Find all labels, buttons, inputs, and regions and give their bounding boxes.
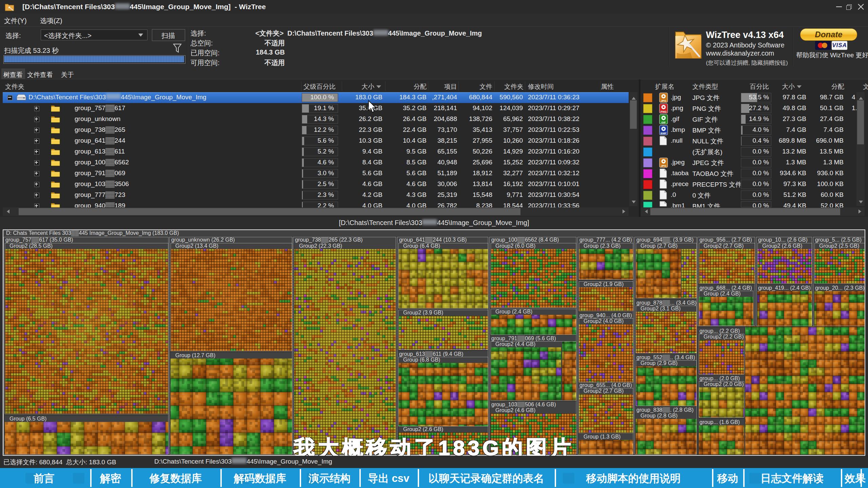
svg-text:BMP: BMP [660, 132, 667, 135]
svg-text:Group (6.8 GB): Group (6.8 GB) [403, 357, 440, 363]
svg-text:group_956... (2.7 GB): group_956... (2.7 GB) [699, 237, 752, 243]
svg-text:Group2 (3.9 GB): Group2 (3.9 GB) [403, 310, 443, 316]
svg-text:group... (2.2 GB): group... (2.2 GB) [699, 328, 740, 334]
svg-text:Group2 (2.5 GB): Group2 (2.5 GB) [819, 243, 859, 249]
svg-text:Group (2.7 GB): Group (2.7 GB) [640, 243, 677, 249]
svg-text:Group2 (1.9 GB): Group2 (1.9 GB) [584, 281, 624, 287]
svg-text:Group (12.7 GB): Group (12.7 GB) [175, 352, 215, 358]
svg-text:group_838▒▒. (2.8 GB): group_838▒▒. (2.8 GB) [636, 407, 694, 413]
svg-text:GIF: GIF [661, 121, 666, 124]
svg-text:group... (1.6 GB): group... (1.6 GB) [699, 419, 740, 425]
svg-text:Group2 (2.6 GB): Group2 (2.6 GB) [403, 426, 443, 432]
svg-text:Group2 (4.4 GB): Group2 (4.4 GB) [495, 341, 535, 347]
svg-text:group_641▒▒244 (10.3 GB): group_641▒▒244 (10.3 GB) [399, 237, 467, 243]
svg-text:group_103▒▒506 (4.6 GB): group_103▒▒506 (4.6 GB) [491, 402, 556, 408]
svg-text:group_738▒▒265 (22.3 GB): group_738▒▒265 (22.3 GB) [295, 237, 363, 243]
svg-text:Group (2.8 GB): Group (2.8 GB) [640, 413, 677, 419]
svg-text:Group2 (4.0 GB): Group2 (4.0 GB) [584, 318, 624, 324]
svg-text:Group (2.9 GB): Group (2.9 GB) [640, 360, 677, 366]
svg-text:group_5... (2.5 GB): group_5... (2.5 GB) [815, 237, 862, 243]
svg-text:group_940... (4.0 GB): group_940... (4.0 GB) [579, 312, 632, 319]
svg-text:JPG: JPG [661, 99, 666, 102]
svg-text:Group2 (4.6 GB): Group2 (4.6 GB) [495, 407, 535, 413]
svg-text:Group2 (3.1 GB): Group2 (3.1 GB) [640, 306, 680, 311]
svg-text:group_613▒▒611 (9.4 GB): group_613▒▒611 (9.4 GB) [399, 351, 463, 357]
svg-text:group_777... (4.2 GB): group_777... (4.2 GB) [579, 237, 632, 243]
svg-text:Group2 (13.4 GB): Group2 (13.4 GB) [175, 243, 218, 249]
svg-text:PNG: PNG [660, 110, 666, 113]
svg-text:Group (2.4 GB): Group (2.4 GB) [704, 291, 741, 297]
svg-text:Group2 (6.0 GB): Group2 (6.0 GB) [495, 243, 535, 249]
svg-text:Group2 (22.3 GB): Group2 (22.3 GB) [299, 243, 342, 249]
svg-text:group_10... (2.6 GB): group_10... (2.6 GB) [758, 237, 808, 243]
svg-text:group_unknown (26.2 GB): group_unknown (26.2 GB) [171, 237, 235, 243]
svg-text:group... (2.0 GB): group... (2.0 GB) [699, 375, 740, 381]
svg-text:group_878▒▒... (3.4 GB): group_878▒▒... (3.4 GB) [636, 300, 696, 306]
svg-text:Group (6.4 GB): Group (6.4 GB) [403, 243, 440, 249]
svg-text:group_552▒▒.. (3.4 GB): group_552▒▒.. (3.4 GB) [636, 354, 695, 361]
svg-text:group_655... (4.0 GB): group_655... (4.0 GB) [579, 382, 632, 388]
svg-text:Group (2.4 GB): Group (2.4 GB) [495, 309, 532, 314]
svg-text:group_757▒▒617 (35.0 GB): group_757▒▒617 (35.0 GB) [5, 237, 73, 243]
svg-text:group_668... (2.4 GB): group_668... (2.4 GB) [699, 285, 752, 291]
svg-text:Group2 (2.0 GB): Group2 (2.0 GB) [704, 381, 744, 387]
svg-text:Group (2.3 GB): Group (2.3 GB) [584, 243, 620, 249]
svg-text:JPG: JPG [661, 164, 666, 167]
svg-text:Group2 (2.7 GB): Group2 (2.7 GB) [704, 243, 744, 249]
svg-text:Group2 (2.6 GB): Group2 (2.6 GB) [762, 243, 802, 249]
svg-text:group_419... (2.4 GB): group_419... (2.4 GB) [758, 285, 811, 291]
svg-text:group_694▒▒. (3.9 GB): group_694▒▒. (3.9 GB) [636, 237, 694, 243]
svg-text:group_791▒▒069 (5.6 GB): group_791▒▒069 (5.6 GB) [491, 336, 556, 342]
svg-text:group_20... (2.3 GB): group_20... (2.3 GB) [815, 285, 865, 291]
svg-text:D: Chats Tencent Files 303▒▒44: D: Chats Tencent Files 303▒▒445 Image_Gr… [6, 230, 179, 236]
svg-text:Group2 (2.7 GB): Group2 (2.7 GB) [584, 388, 624, 394]
svg-text:Group (6.5 GB): Group (6.5 GB) [9, 416, 46, 422]
svg-text:Group2 (28.5 GB): Group2 (28.5 GB) [9, 243, 53, 249]
svg-text:group_100▒▒6562 (8.4 GB): group_100▒▒6562 (8.4 GB) [491, 237, 559, 243]
svg-text:Group2 (2.2 GB): Group2 (2.2 GB) [704, 334, 744, 340]
